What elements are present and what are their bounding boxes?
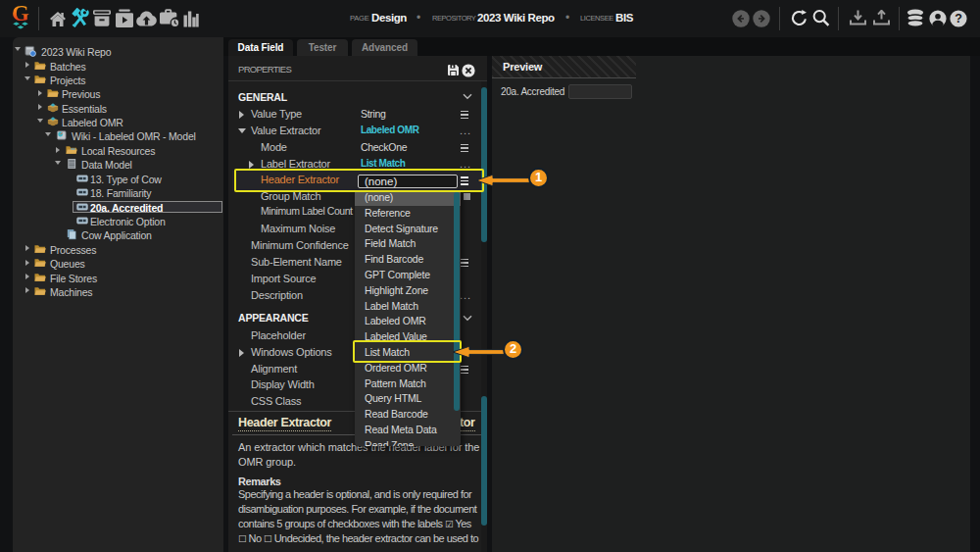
- svg-text:?: ?: [955, 12, 962, 25]
